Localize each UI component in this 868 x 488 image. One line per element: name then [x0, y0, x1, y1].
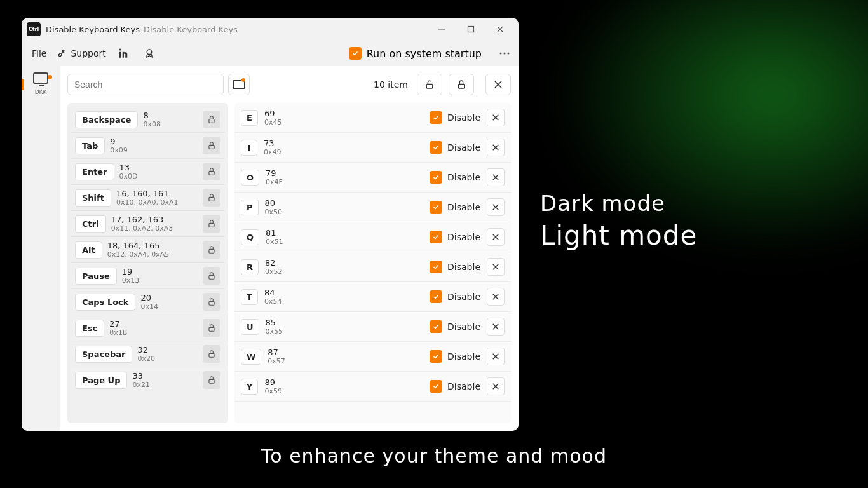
startup-toggle[interactable]: Run on system startup	[349, 47, 482, 60]
check-icon	[432, 233, 440, 241]
remove-button[interactable]	[487, 109, 505, 126]
rail-item-dkk[interactable]: DKK	[23, 70, 58, 98]
lock-key-button[interactable]	[203, 163, 220, 180]
key-meta: 190x13	[122, 267, 198, 285]
lock-key-button[interactable]	[203, 293, 220, 311]
window-subtitle: Disable Keyboard Keys	[144, 25, 238, 34]
disable-checkbox[interactable]	[430, 141, 442, 154]
remove-button[interactable]	[487, 318, 505, 336]
key-meta: 18, 164, 1650x12, 0xA4, 0xA5	[107, 241, 198, 259]
key-row[interactable]: Page Up330x21	[71, 367, 224, 393]
minimize-button[interactable]	[427, 19, 456, 39]
lock-key-button[interactable]	[203, 241, 220, 259]
svg-point-5	[119, 49, 121, 51]
lock-key-button[interactable]	[203, 319, 220, 337]
key-hex: 0x13	[122, 276, 198, 285]
lock-key-button[interactable]	[203, 137, 220, 154]
maximize-button[interactable]	[456, 19, 485, 39]
disable-checkbox[interactable]	[430, 111, 442, 124]
available-keys-list[interactable]: Backspace80x08Tab90x09Enter130x0DShift16…	[67, 103, 228, 423]
key-meta: 730x49	[264, 139, 423, 156]
rate-button[interactable]	[142, 46, 157, 61]
key-row[interactable]: Backspace80x08	[71, 107, 224, 133]
key-row[interactable]: Alt18, 164, 1650x12, 0xA4, 0xA5	[71, 237, 224, 263]
remove-button[interactable]	[487, 228, 505, 246]
disable-checkbox[interactable]	[430, 350, 442, 363]
key-meta: 690x45	[264, 109, 423, 126]
key-name: U	[241, 319, 259, 335]
linkedin-button[interactable]	[116, 46, 132, 61]
window-title: Disable Keyboard Keys	[46, 25, 140, 34]
key-meta: 810x51	[266, 228, 423, 246]
disabled-keys-list[interactable]: E690x45DisableI730x49DisableO790x4FDisab…	[234, 103, 511, 423]
remove-button[interactable]	[487, 288, 505, 306]
key-row[interactable]: Caps Lock200x14	[71, 289, 224, 315]
key-row[interactable]: Ctrl17, 162, 1630x11, 0xA2, 0xA3	[71, 211, 224, 237]
key-hex: 0x50	[265, 208, 424, 216]
key-hex: 0x4F	[266, 178, 423, 186]
lock-key-button[interactable]	[203, 215, 220, 233]
remove-button[interactable]	[487, 198, 505, 216]
check-icon	[432, 263, 440, 271]
key-hex: 0x49	[264, 148, 423, 156]
svg-point-7	[500, 53, 502, 55]
theme-promo: Dark mode Light mode	[540, 191, 697, 251]
remove-button[interactable]	[487, 258, 505, 276]
close-icon	[492, 173, 499, 181]
key-code: 85	[266, 318, 424, 327]
disable-checkbox[interactable]	[430, 171, 442, 184]
remove-button[interactable]	[487, 168, 505, 186]
dark-mode-text: Dark mode	[540, 191, 697, 216]
key-row[interactable]: Tab90x09	[71, 133, 224, 159]
lock-key-button[interactable]	[203, 189, 220, 207]
key-row[interactable]: Esc270x1B	[71, 315, 224, 341]
key-hex: 0x57	[268, 357, 423, 365]
search-input[interactable]	[67, 74, 224, 95]
lock-icon	[207, 323, 216, 332]
disable-label: Disable	[447, 262, 480, 272]
disable-checkbox[interactable]	[430, 320, 442, 333]
clear-button[interactable]	[485, 74, 511, 95]
indicator-dot-icon	[241, 78, 245, 82]
key-name: Spacebar	[75, 346, 132, 363]
monitor-icon	[33, 72, 48, 84]
startup-checkbox[interactable]	[349, 47, 362, 60]
remove-button[interactable]	[487, 139, 505, 156]
svg-rect-17	[209, 197, 214, 201]
key-hex: 0x12, 0xA4, 0xA5	[107, 250, 198, 259]
unlock-icon	[424, 79, 435, 90]
file-menu[interactable]: File	[32, 48, 46, 58]
disable-label: Disable	[447, 112, 480, 123]
support-menu[interactable]: Support	[57, 48, 105, 58]
more-menu[interactable]	[497, 46, 512, 61]
disable-checkbox[interactable]	[430, 201, 442, 214]
close-icon	[492, 203, 499, 211]
disable-checkbox[interactable]	[430, 290, 442, 303]
wrench-icon	[57, 48, 67, 58]
remove-button[interactable]	[487, 348, 505, 365]
key-row[interactable]: Shift16, 160, 1610x10, 0xA0, 0xA1	[71, 185, 224, 211]
key-meta: 800x50	[265, 198, 424, 216]
disable-checkbox[interactable]	[430, 380, 442, 393]
key-hex: 0x21	[132, 381, 198, 389]
close-button[interactable]	[485, 19, 515, 39]
unlock-all-button[interactable]	[417, 74, 442, 95]
key-row[interactable]: Enter130x0D	[71, 159, 224, 185]
key-code: 84	[264, 288, 423, 297]
disable-checkbox[interactable]	[430, 231, 442, 243]
key-name: P	[241, 200, 259, 215]
remove-button[interactable]	[487, 377, 505, 395]
lock-key-button[interactable]	[203, 371, 220, 389]
lock-all-button[interactable]	[449, 74, 474, 95]
key-hex: 0x1B	[109, 329, 198, 337]
key-row[interactable]: Pause190x13	[71, 263, 224, 289]
lock-key-button[interactable]	[203, 111, 220, 128]
lock-icon	[207, 167, 216, 176]
lock-key-button[interactable]	[203, 267, 220, 285]
check-icon	[432, 173, 440, 181]
keyboard-settings-button[interactable]	[228, 74, 250, 95]
key-row[interactable]: Spacebar320x20	[71, 341, 224, 367]
disable-checkbox[interactable]	[430, 261, 442, 273]
svg-rect-14	[209, 119, 214, 123]
lock-key-button[interactable]	[203, 345, 220, 363]
